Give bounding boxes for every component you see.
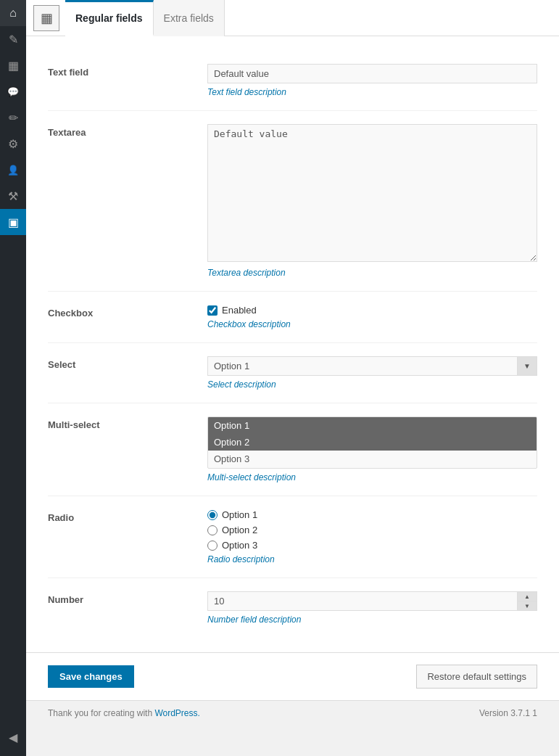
sidebar-item-plugins[interactable]: ⚙ xyxy=(0,131,26,157)
sidebar-item-custom[interactable]: ▣ xyxy=(0,209,26,235)
multiselect-input[interactable]: Option 1 Option 2 Option 3 xyxy=(207,416,537,469)
radio-group: Option 1 Option 2 Option 3 xyxy=(207,509,537,551)
radio-option-2[interactable] xyxy=(207,525,218,535)
save-changes-button[interactable]: Save changes xyxy=(48,665,134,688)
radio-option-1[interactable] xyxy=(207,510,218,520)
multiselect-label: Multi-select xyxy=(48,416,207,430)
text-field-content: Text field description xyxy=(207,64,537,97)
sidebar-item-home[interactable]: ⌂ xyxy=(0,0,26,26)
textarea-content: Default value Textarea description xyxy=(207,124,537,278)
checkbox-input-row: Enabled xyxy=(207,305,537,316)
text-field-label: Text field xyxy=(48,64,207,78)
sidebar: ⌂ ✎ ▦ 💬 ✏ ⚙ 👤 ⚒ ▣ ◀ xyxy=(0,0,26,756)
textarea-input[interactable]: Default value xyxy=(207,124,537,262)
multiselect-description: Multi-select description xyxy=(207,472,537,482)
form-area: Text field Text field description Textar… xyxy=(26,36,559,652)
radio-row: Radio Option 1 Option 2 Opti xyxy=(48,496,537,578)
number-description: Number field description xyxy=(207,615,537,625)
radio-option-1-label: Option 1 xyxy=(222,509,257,520)
select-wrapper: Option 1 Option 2 Option 3 ▼ xyxy=(207,356,537,376)
tab-icon: ▦ xyxy=(33,5,59,31)
checkbox-label: Checkbox xyxy=(48,305,207,319)
checkbox-description: Checkbox description xyxy=(207,319,537,329)
text-field-input[interactable] xyxy=(207,64,537,83)
multiselect-content: Option 1 Option 2 Option 3 Multi-select … xyxy=(207,416,537,482)
number-spinners: ▲ ▼ xyxy=(517,591,537,611)
sidebar-item-tools[interactable]: ⚒ xyxy=(0,183,26,209)
radio-label: Radio xyxy=(48,509,207,523)
radio-description: Radio description xyxy=(207,554,537,564)
sidebar-item-appearance[interactable]: ✏ xyxy=(0,104,26,131)
tab-regular-fields[interactable]: Regular fields xyxy=(65,0,154,36)
footer-thanks: Thank you for creating with WordPress. xyxy=(48,708,200,718)
sidebar-item-users[interactable]: 👤 xyxy=(0,157,26,183)
radio-option-3-label: Option 3 xyxy=(222,540,257,551)
sidebar-item-posts[interactable]: ✎ xyxy=(0,26,26,52)
radio-option-2-label: Option 2 xyxy=(222,525,257,535)
restore-defaults-button[interactable]: Restore default settings xyxy=(416,665,537,689)
checkbox-content: Enabled Checkbox description xyxy=(207,305,537,329)
number-wrapper: ▲ ▼ xyxy=(207,591,537,611)
text-field-description: Text field description xyxy=(207,87,537,97)
checkbox-row: Checkbox Enabled Checkbox description xyxy=(48,292,537,343)
text-field-row: Text field Text field description xyxy=(48,51,537,111)
radio-content: Option 1 Option 2 Option 3 Radio descrip… xyxy=(207,509,537,564)
select-description: Select description xyxy=(207,379,537,390)
textarea-row: Textarea Default value Textarea descript… xyxy=(48,111,537,292)
spinner-up-button[interactable]: ▲ xyxy=(518,592,537,601)
radio-option-1-row: Option 1 xyxy=(207,509,537,520)
sidebar-item-collapse[interactable]: ◀ xyxy=(0,724,26,750)
footer-bar: Thank you for creating with WordPress. V… xyxy=(26,700,559,726)
main-content: ▦ Regular fields Extra fields Text field… xyxy=(26,0,559,756)
tabs-bar: ▦ Regular fields Extra fields xyxy=(26,0,559,36)
checkbox-enabled-label: Enabled xyxy=(222,305,257,316)
select-row: Select Option 1 Option 2 Option 3 ▼ Sele… xyxy=(48,343,537,403)
number-label: Number xyxy=(48,591,207,605)
number-content: ▲ ▼ Number field description xyxy=(207,591,537,625)
checkbox-input[interactable] xyxy=(207,305,218,316)
sidebar-item-comments[interactable]: 💬 xyxy=(0,78,26,104)
radio-option-3-row: Option 3 xyxy=(207,540,537,551)
tab-extra-fields[interactable]: Extra fields xyxy=(154,0,225,36)
radio-option-3[interactable] xyxy=(207,541,218,551)
select-content: Option 1 Option 2 Option 3 ▼ Select desc… xyxy=(207,356,537,390)
sidebar-item-media[interactable]: ▦ xyxy=(0,52,26,78)
select-label: Select xyxy=(48,356,207,370)
spinner-down-button[interactable]: ▼ xyxy=(518,601,537,610)
app-layout: ⌂ ✎ ▦ 💬 ✏ ⚙ 👤 ⚒ ▣ ◀ ▦ Regular fields Ext… xyxy=(0,0,559,756)
radio-option-2-row: Option 2 xyxy=(207,525,537,535)
textarea-description: Textarea description xyxy=(207,268,537,278)
multiselect-row: Multi-select Option 1 Option 2 Option 3 … xyxy=(48,403,537,496)
select-input[interactable]: Option 1 Option 2 Option 3 xyxy=(207,356,537,376)
footer-actions: Save changes Restore default settings xyxy=(26,652,559,700)
wordpress-link[interactable]: WordPress. xyxy=(154,708,199,718)
number-row: Number ▲ ▼ Number field description xyxy=(48,578,537,638)
number-input[interactable] xyxy=(207,591,537,611)
textarea-label: Textarea xyxy=(48,124,207,138)
footer-version: Version 3.7.1 1 xyxy=(479,708,537,718)
